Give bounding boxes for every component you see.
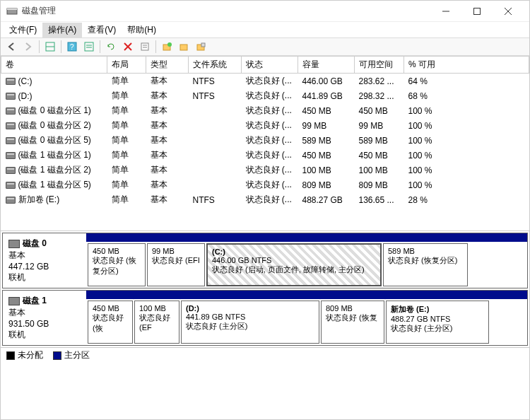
partition[interactable]: (D:)441.89 GB NTFS状态良好 (主分区) <box>181 301 319 344</box>
list-icon[interactable] <box>81 39 97 54</box>
forward-button[interactable] <box>20 39 36 54</box>
table-row[interactable]: (磁盘 0 磁盘分区 2)简单基本状态良好 (...99 MB99 MB100 … <box>1 118 529 133</box>
vol-pct: 100 % <box>404 103 529 118</box>
vol-fs <box>189 103 242 118</box>
vol-type: 基本 <box>146 74 189 89</box>
partition[interactable]: 100 MB状态良好 (EF <box>134 301 179 344</box>
vol-capacity: 450 MB <box>298 148 355 163</box>
col-fs[interactable]: 文件系统 <box>189 57 242 74</box>
vol-free: 809 MB <box>355 177 404 192</box>
partition[interactable]: 450 MB状态良好 (恢 <box>88 301 133 344</box>
vol-free: 136.65 ... <box>355 192 404 207</box>
table-row[interactable]: (磁盘 0 磁盘分区 5)简单基本状态良好 (...589 MB589 MB10… <box>1 133 529 148</box>
menu-action[interactable]: 操作(A) <box>42 23 82 37</box>
new-folder-icon[interactable] <box>159 39 175 54</box>
partition[interactable]: (C:)446.00 GB NTFS状态良好 (启动, 页面文件, 故障转储, … <box>206 243 382 286</box>
maximize-button[interactable] <box>461 1 493 21</box>
vol-pct: 68 % <box>404 88 529 103</box>
svg-rect-20 <box>180 45 187 50</box>
vol-pct: 100 % <box>404 163 529 177</box>
vol-name: (磁盘 1 磁盘分区 1) <box>18 150 91 160</box>
partition[interactable]: 589 MB状态良好 (恢复分区) <box>383 243 468 286</box>
vol-layout: 简单 <box>107 88 146 103</box>
drive-icon <box>6 197 16 204</box>
vol-name: (磁盘 0 磁盘分区 5) <box>18 135 91 145</box>
volume-list[interactable]: 卷 布局 类型 文件系统 状态 容量 可用空间 % 可用 (C:)简单基本NTF… <box>1 56 529 231</box>
vol-layout: 简单 <box>107 192 146 207</box>
vol-pct: 64 % <box>404 74 529 89</box>
vol-fs <box>189 118 242 133</box>
delete-icon[interactable] <box>120 39 136 54</box>
col-free[interactable]: 可用空间 <box>355 57 404 74</box>
table-row[interactable]: (磁盘 1 磁盘分区 2)简单基本状态良好 (...100 MB100 MB10… <box>1 163 529 177</box>
partition[interactable]: 新加卷 (E:)488.27 GB NTFS状态良好 (主分区) <box>386 301 489 344</box>
menu-help[interactable]: 帮助(H) <box>122 23 162 37</box>
vol-status: 状态良好 (... <box>242 118 298 133</box>
col-layout[interactable]: 布局 <box>107 57 146 74</box>
col-capacity[interactable]: 容量 <box>298 57 355 74</box>
menu-view[interactable]: 查看(V) <box>82 23 122 37</box>
partition[interactable]: 99 MB状态良好 (EFI <box>147 243 205 286</box>
view-split-icon[interactable] <box>42 39 58 54</box>
minimize-button[interactable] <box>430 1 461 21</box>
partition-title: (D:) <box>186 304 314 313</box>
vol-capacity: 99 MB <box>298 118 355 133</box>
partition[interactable]: 450 MB状态良好 (恢复分区) <box>88 243 146 286</box>
col-volume[interactable]: 卷 <box>1 57 107 74</box>
partition-status: 状态良好 (EF <box>139 313 175 332</box>
menu-file[interactable]: 文件(F) <box>4 23 42 37</box>
col-type[interactable]: 类型 <box>146 57 189 74</box>
table-row[interactable]: (磁盘 0 磁盘分区 1)简单基本状态良好 (...450 MB450 MB10… <box>1 103 529 118</box>
settings-icon[interactable] <box>193 39 208 54</box>
partition[interactable]: 809 MB状态良好 (恢复 <box>321 301 384 344</box>
disk-type: 基本 <box>8 250 81 262</box>
table-row[interactable]: 新加卷 (E:)简单基本NTFS状态良好 (...488.27 GB136.65… <box>1 192 529 207</box>
vol-type: 基本 <box>146 148 189 163</box>
partition-size: 450 MB <box>93 247 141 255</box>
disk-block: 磁盘 1基本931.50 GB联机450 MB状态良好 (恢100 MB状态良好… <box>2 290 528 346</box>
disk-graphical-view: 磁盘 0基本447.12 GB联机450 MB状态良好 (恢复分区)99 MB状… <box>1 233 529 346</box>
vol-status: 状态良好 (... <box>242 148 298 163</box>
legend-unallocated: 未分配 <box>18 349 43 361</box>
vol-free: 450 MB <box>355 148 404 163</box>
vol-type: 基本 <box>146 192 189 207</box>
properties-icon[interactable] <box>137 39 153 54</box>
refresh-icon[interactable] <box>103 39 119 54</box>
partition-status: 状态良好 (启动, 页面文件, 故障转储, 主分区) <box>212 264 376 275</box>
partition-title: 新加卷 (E:) <box>391 304 484 315</box>
folder-icon[interactable] <box>176 39 192 54</box>
table-row[interactable]: (磁盘 1 磁盘分区 1)简单基本状态良好 (...450 MB450 MB10… <box>1 148 529 163</box>
vol-fs <box>189 133 242 148</box>
svg-rect-15 <box>141 43 148 50</box>
disk-icon <box>8 297 20 305</box>
col-pct[interactable]: % 可用 <box>404 57 529 74</box>
partition-status: 状态良好 (EFI <box>152 255 200 266</box>
vol-pct: 100 % <box>404 148 529 163</box>
help-icon[interactable]: ? <box>64 39 80 54</box>
partition-status: 状态良好 (恢复 <box>326 313 379 323</box>
vol-name: (D:) <box>18 91 33 101</box>
vol-capacity: 589 MB <box>298 133 355 148</box>
partition-title: (C:) <box>212 247 376 256</box>
disk-size: 931.50 GB <box>8 319 81 329</box>
table-row[interactable]: (C:)简单基本NTFS状态良好 (...446.00 GB283.62 ...… <box>1 74 529 89</box>
col-status[interactable]: 状态 <box>242 57 298 74</box>
vol-layout: 简单 <box>107 118 146 133</box>
column-headers[interactable]: 卷 布局 类型 文件系统 状态 容量 可用空间 % 可用 <box>1 57 529 74</box>
partition-size: 809 MB <box>326 304 379 313</box>
back-button[interactable] <box>4 39 19 54</box>
vol-capacity: 441.89 GB <box>298 88 355 103</box>
table-row[interactable]: (D:)简单基本NTFS状态良好 (...441.89 GB298.32 ...… <box>1 88 529 103</box>
table-row[interactable]: (磁盘 1 磁盘分区 5)简单基本状态良好 (...809 MB809 MB10… <box>1 177 529 192</box>
partition-size: 100 MB <box>139 304 175 313</box>
legend-primary: 主分区 <box>64 349 90 361</box>
partition-status: 状态良好 (主分区) <box>186 321 314 332</box>
drive-icon <box>6 137 16 144</box>
vol-status: 状态良好 (... <box>242 74 298 89</box>
vol-name: (磁盘 1 磁盘分区 2) <box>18 165 91 175</box>
vol-type: 基本 <box>146 163 189 177</box>
drive-icon <box>6 167 16 174</box>
close-button[interactable] <box>493 1 524 21</box>
disk-name: 磁盘 1 <box>23 296 47 305</box>
vol-pct: 28 % <box>404 192 529 207</box>
